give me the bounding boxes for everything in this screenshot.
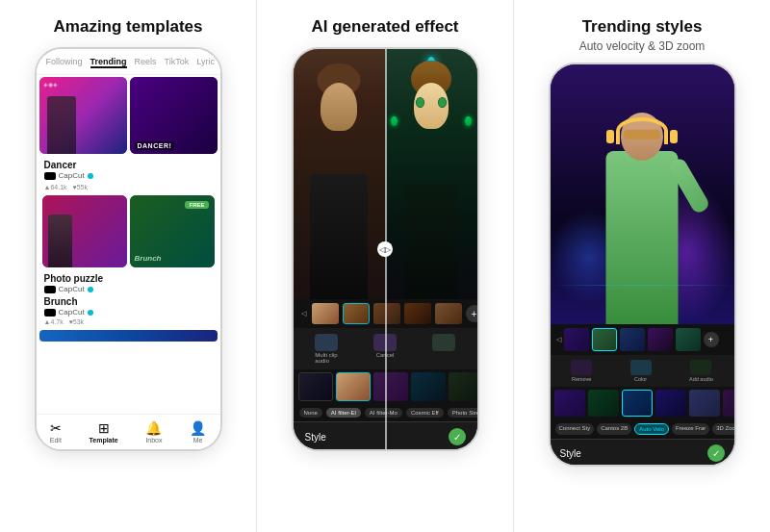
timeline-add-btn[interactable]: +: [466, 305, 477, 322]
dancer-meta: CapCut: [44, 171, 213, 180]
t-filter-cantos[interactable]: Cantos 2B: [597, 423, 631, 435]
stat-likes-brunch: ♥53k: [69, 318, 84, 325]
me-label: Me: [193, 437, 203, 443]
filter-none[interactable]: None: [299, 408, 322, 418]
edit-label: Edit: [50, 437, 62, 443]
t-thumb-2[interactable]: [592, 328, 617, 351]
panel-trending-styles: Trending styles Auto velocity & 3D zoom: [514, 0, 770, 532]
edit-icon: ✂: [50, 420, 62, 436]
trending-tools-bar: Remove Color Add audio: [551, 355, 734, 387]
t-filter-connect[interactable]: Connect Sty: [555, 423, 595, 435]
t-thumb-1[interactable]: [564, 328, 589, 351]
capcut-icon-puzzle: [44, 286, 56, 293]
timeline-thumb-1[interactable]: [312, 303, 339, 324]
nav-lyric[interactable]: Lyric: [196, 57, 215, 68]
t-filter-thumb-2[interactable]: [588, 390, 619, 417]
panel3-title: Trending styles: [582, 17, 703, 37]
panel1-title: Amazing templates: [54, 17, 203, 37]
timeline-thumb-2[interactable]: [343, 303, 370, 324]
capcut-icon-brunch: [44, 309, 56, 317]
t-filter-auto-velo[interactable]: Auto Velo: [634, 423, 669, 435]
nav-template[interactable]: ⊞ Template: [90, 420, 118, 443]
nav-trending[interactable]: Trending: [90, 57, 127, 68]
t-thumb-3[interactable]: [620, 328, 645, 351]
t-filter-freeze[interactable]: Freeze Frar: [672, 423, 709, 435]
template-brunch[interactable]: Brunch CapCut: [37, 294, 220, 317]
brunch-stats: ▲4.7k ♥53k: [37, 317, 220, 326]
trending-bottom-label: Style: [560, 448, 581, 459]
t-thumb-4[interactable]: [648, 328, 673, 351]
brunch-meta: CapCut: [44, 308, 213, 317]
nav-reels[interactable]: Reels: [135, 57, 157, 68]
tool-add-audio[interactable]: Add audio: [689, 360, 713, 382]
filter-ai-mo[interactable]: AI filter-Mo: [365, 408, 402, 418]
remove-label: Remove: [572, 376, 591, 382]
verified-dot-brunch: [88, 310, 93, 316]
dancer-author: CapCut: [59, 171, 85, 180]
color-label: Color: [634, 376, 647, 382]
nav-tiktok[interactable]: TikTok: [165, 57, 190, 68]
nav-following[interactable]: Following: [46, 57, 83, 68]
person-figure: [599, 103, 685, 324]
phone-bottom-nav: ✂ Edit ⊞ Template 🔔 Inbox 👤 Me: [37, 414, 220, 449]
grid-card-photo-puzzle[interactable]: [42, 195, 127, 267]
trending-confirm-btn[interactable]: ✓: [707, 444, 725, 462]
puzzle-author: CapCut: [59, 285, 85, 293]
ai-confirm-btn[interactable]: ✓: [449, 428, 466, 445]
inbox-icon: 🔔: [145, 420, 162, 436]
t-filter-thumb-1[interactable]: [554, 390, 585, 417]
ai-split-image: ◁▷: [294, 49, 477, 299]
phone-mockup-trending: ◁ + Remove Color: [549, 63, 736, 467]
timeline-thumb-4[interactable]: [404, 303, 431, 324]
stat-views: ▲64.1k: [44, 184, 67, 190]
add-audio-label: Add audio: [689, 376, 713, 382]
free-badge: FREE: [185, 201, 208, 209]
puzzle-meta: CapCut: [44, 285, 213, 293]
panel2-title: AI generated effect: [311, 17, 458, 37]
puzzle-title: Photo puzzle: [44, 273, 213, 284]
nav-me[interactable]: 👤 Me: [190, 420, 206, 443]
filter-thumb-3[interactable]: [373, 372, 408, 401]
card-dancer-label: DANCER!: [135, 141, 175, 150]
filter-photo[interactable]: Photo Stre: [448, 408, 477, 418]
verified-dot-puzzle: [88, 287, 93, 292]
filter-ai-el[interactable]: AI filter-El: [326, 408, 361, 418]
filter-thumb-5[interactable]: [449, 372, 477, 401]
timeline-thumb-5[interactable]: [435, 303, 462, 324]
dancer-title: Dancer: [44, 160, 213, 170]
template-photo-puzzle[interactable]: Photo puzzle CapCut: [37, 271, 220, 294]
phone-mockup-ai: ◁▷ ◁ + Multi clipaudio Can: [292, 47, 479, 451]
remove-icon: [571, 360, 592, 375]
dancer-stats: ▲64.1k ♥55k: [37, 183, 220, 191]
grid-card-brunch-thumb[interactable]: FREE Brunch: [130, 195, 215, 267]
filter-thumb-4[interactable]: [411, 372, 446, 401]
t-filter-3d-zoom[interactable]: 3D Zoom: [712, 423, 733, 435]
t-filter-thumb-4[interactable]: [655, 390, 686, 417]
trending-add-btn[interactable]: +: [704, 332, 719, 347]
template-dancer[interactable]: Dancer CapCut: [37, 156, 220, 183]
tool-color[interactable]: Color: [630, 360, 652, 382]
tool-extra[interactable]: [432, 334, 455, 364]
filter-cosmic[interactable]: Cosmic Eff: [406, 408, 444, 418]
t-filter-thumb-5[interactable]: [689, 390, 720, 417]
ai-human-side: [294, 49, 386, 299]
t-filter-thumb-6[interactable]: [723, 390, 734, 417]
grid-card-puzzle[interactable]: ◈◉◈: [39, 77, 127, 154]
nav-edit[interactable]: ✂ Edit: [50, 420, 62, 443]
t-filter-thumb-3[interactable]: [622, 390, 653, 417]
phone-mockup-templates: Following Trending Reels TikTok Lyric ◈◉…: [35, 47, 222, 451]
stat-likes: ♥55k: [73, 184, 88, 190]
color-icon: [630, 360, 652, 375]
multiclip-icon: [315, 334, 338, 351]
trending-timeline: ◁ +: [551, 324, 734, 355]
grid-card-dancer-thumb[interactable]: DANCER!: [130, 77, 218, 154]
filter-thumb-2[interactable]: [336, 372, 371, 401]
filter-thumb-1[interactable]: [298, 372, 333, 401]
tool-remove[interactable]: Remove: [571, 360, 592, 382]
tool-multiclip[interactable]: Multi clipaudio: [315, 334, 338, 364]
template-label: Template: [90, 437, 118, 443]
nav-inbox[interactable]: 🔔 Inbox: [145, 420, 162, 443]
multiclip-label: Multi clipaudio: [315, 352, 337, 364]
phone-nav: Following Trending Reels TikTok Lyric: [37, 49, 220, 75]
t-thumb-5[interactable]: [676, 328, 701, 351]
